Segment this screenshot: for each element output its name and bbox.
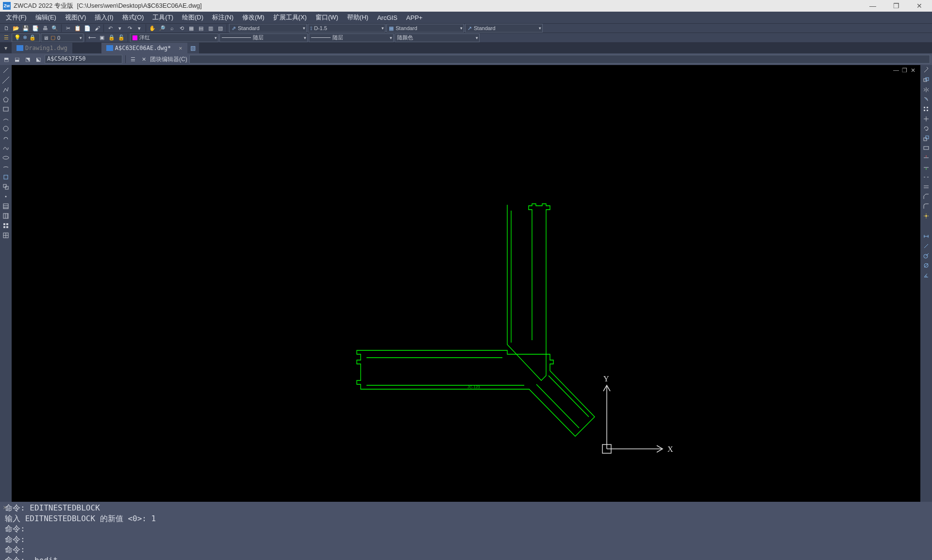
rectangle-icon[interactable] — [1, 105, 10, 114]
layer-unlock-icon[interactable]: 🔓 — [117, 33, 126, 42]
revcloud-icon[interactable] — [1, 134, 10, 143]
insert-block-icon[interactable] — [1, 173, 10, 181]
bedit-auto-icon[interactable]: ⬕ — [34, 55, 43, 64]
print-icon[interactable]: 🖶 — [41, 24, 50, 33]
erase-icon[interactable] — [922, 66, 931, 75]
join-icon[interactable] — [922, 182, 931, 191]
dim-angular-icon[interactable] — [922, 271, 931, 280]
arc-icon[interactable] — [1, 115, 10, 123]
drawing-canvas[interactable]: — ❐ ✕ JC-123 — [12, 65, 920, 502]
spline-icon[interactable] — [1, 144, 10, 152]
close-button[interactable]: ✕ — [915, 2, 924, 10]
scale-icon[interactable] — [922, 134, 931, 143]
menu-tools[interactable]: 工具(T) — [149, 12, 177, 23]
line-icon[interactable] — [1, 66, 10, 75]
menu-draw[interactable]: 绘图(D) — [178, 12, 207, 23]
layer-prev-icon[interactable]: ⟵ — [88, 33, 97, 42]
dim-radius-icon[interactable] — [922, 251, 931, 260]
region-icon[interactable] — [1, 221, 10, 230]
menu-modify[interactable]: 修改(M) — [238, 12, 268, 23]
bedit-save-icon[interactable]: ⬒ — [2, 55, 11, 64]
undo-icon[interactable]: ↶ — [106, 24, 115, 33]
layer-lock-icon[interactable]: 🔒 — [107, 33, 116, 42]
circle-icon[interactable] — [1, 124, 10, 133]
menu-appplus[interactable]: APP+ — [402, 13, 427, 22]
array-icon[interactable] — [922, 105, 931, 114]
doc-tab-inactive[interactable]: Drawing1.dwg — [12, 43, 72, 53]
table-style-combo[interactable]: ▦Standard▾ — [386, 24, 464, 33]
polyline-icon[interactable] — [1, 85, 10, 94]
menu-file[interactable]: 文件(F) — [2, 12, 31, 23]
preview-icon[interactable]: 🔍 — [50, 24, 59, 33]
saveas-icon[interactable]: 📑 — [31, 24, 40, 33]
plotcolor-combo[interactable]: 随颜色▾ — [395, 33, 480, 42]
zoom-prev-icon[interactable]: ⟲ — [177, 24, 186, 33]
layer-mgr-icon[interactable]: ☰ — [2, 33, 11, 42]
text-style-combo[interactable]: ⇗Standard▾ — [229, 24, 307, 33]
block-description-field[interactable] — [189, 55, 930, 64]
menu-window[interactable]: 窗口(W) — [312, 12, 342, 23]
ellipse-arc-icon[interactable] — [1, 163, 10, 172]
redo-icon[interactable]: ↷ — [125, 24, 134, 33]
extend-icon[interactable] — [922, 163, 931, 172]
cut-icon[interactable]: ✂ — [64, 24, 72, 33]
layer-state-combo[interactable]: 💡 ❄ 🔒 — [12, 33, 40, 42]
undo-dd-icon[interactable]: ▾ — [116, 24, 124, 33]
block-name-field[interactable]: A$C50637F50 — [45, 55, 122, 64]
explode-icon[interactable] — [922, 212, 931, 220]
linetype-combo[interactable]: 随层▾ — [219, 33, 308, 42]
layer-extra-combo[interactable]: 🖥 ▢ 0 ▾ — [41, 33, 83, 42]
tool-palette-icon[interactable]: ▥ — [206, 24, 215, 33]
matchprop-icon[interactable]: 🖌 — [93, 24, 101, 33]
gradient-icon[interactable] — [1, 212, 10, 220]
menu-help[interactable]: 帮助(H) — [343, 12, 372, 23]
stretch-icon[interactable] — [922, 144, 931, 152]
table-icon[interactable] — [1, 231, 10, 240]
prop-icon[interactable]: ▦ — [187, 24, 196, 33]
block-close-label[interactable]: 团块编辑器(C) — [150, 55, 187, 64]
ellipse-icon[interactable] — [1, 153, 10, 162]
polygon-icon[interactable] — [1, 95, 10, 104]
move-icon[interactable] — [922, 115, 931, 123]
tabs-menu-icon[interactable]: ▾ — [0, 45, 12, 51]
xline-icon[interactable] — [1, 76, 10, 84]
menu-format[interactable]: 格式(O) — [118, 12, 148, 23]
fillet-icon[interactable] — [922, 202, 931, 211]
pan-icon[interactable]: ✋ — [148, 24, 157, 33]
layer-color-combo[interactable]: 洋红▾ — [130, 33, 218, 42]
save-icon[interactable]: 💾 — [21, 24, 30, 33]
menu-ext[interactable]: 扩展工具(X) — [269, 12, 311, 23]
copy-icon[interactable]: 📋 — [73, 24, 82, 33]
bedit-test-icon[interactable]: ⬔ — [23, 55, 32, 64]
copy-icon[interactable] — [922, 76, 931, 84]
bedit-saveas-icon[interactable]: ⬓ — [13, 55, 21, 64]
dim-linear-icon[interactable] — [922, 232, 931, 241]
mleader-style-combo[interactable]: ↗Standard▾ — [465, 24, 543, 33]
hatch-icon[interactable] — [1, 202, 10, 211]
calc-icon[interactable]: ▧ — [216, 24, 225, 33]
bedit-close-icon[interactable]: ✕ — [139, 55, 148, 64]
menu-dim[interactable]: 标注(N) — [208, 12, 237, 23]
dim-diameter-icon[interactable] — [922, 261, 931, 270]
maximize-button[interactable]: ❐ — [891, 2, 901, 10]
dim-style-combo[interactable]: ⟟D-1.5▾ — [308, 24, 385, 33]
make-block-icon[interactable] — [1, 182, 10, 191]
new-icon[interactable]: 🗋 — [2, 24, 11, 33]
zoom-rt-icon[interactable]: 🔎 — [158, 24, 166, 33]
rotate-icon[interactable] — [922, 124, 931, 133]
doc-tab-active[interactable]: A$C63EC06AE.dwg* ✕ — [101, 43, 187, 53]
open-icon[interactable]: 📂 — [12, 24, 20, 33]
offset-icon[interactable] — [922, 95, 931, 104]
tab-add-button[interactable]: ▧ — [187, 43, 199, 53]
redo-dd-icon[interactable]: ▾ — [135, 24, 144, 33]
menu-insert[interactable]: 插入(I) — [91, 12, 117, 23]
bedit-param-icon[interactable]: ☰ — [129, 55, 137, 64]
dcenter-icon[interactable]: ▤ — [197, 24, 205, 33]
chamfer-icon[interactable] — [922, 192, 931, 201]
zoom-win-icon[interactable]: ⌕ — [167, 24, 176, 33]
cmdline-close-icon[interactable]: ✕ — [3, 503, 7, 512]
menu-arcgis[interactable]: ArcGIS — [373, 13, 401, 22]
menu-edit[interactable]: 编辑(E) — [32, 12, 60, 23]
dim-aligned-icon[interactable] — [922, 242, 931, 250]
break-icon[interactable] — [922, 173, 931, 181]
